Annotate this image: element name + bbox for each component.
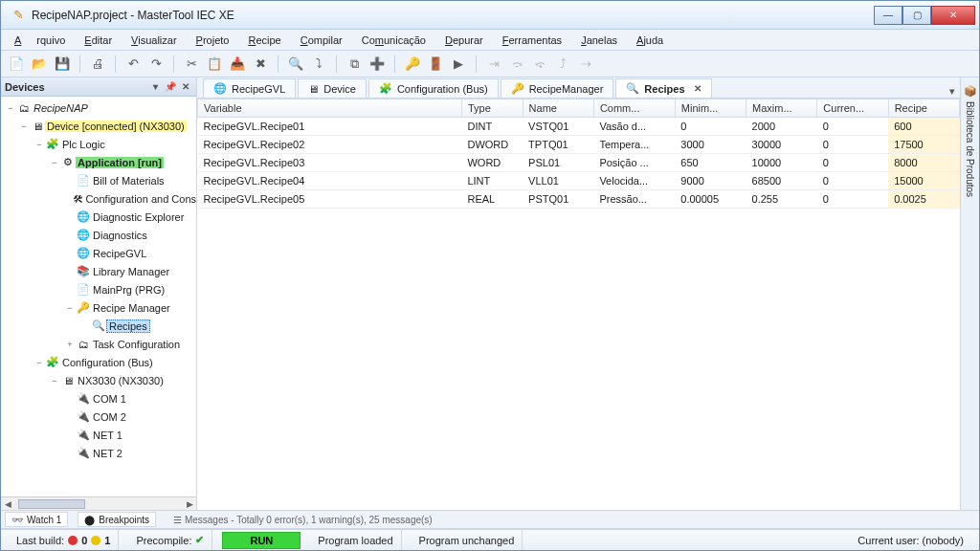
paste-icon[interactable]: 📥 <box>228 55 247 74</box>
menu-janelas[interactable]: Janelas <box>573 33 625 48</box>
table-row[interactable]: RecipeGVL.Recipe05REALPSTQ01Pressão...0.… <box>198 190 960 209</box>
column-header[interactable]: Maxim... <box>746 99 817 118</box>
cell-max[interactable]: 68500 <box>746 172 817 190</box>
cell-recipe[interactable]: 15000 <box>888 172 959 190</box>
cell-type[interactable]: REAL <box>461 190 523 209</box>
cell-recipe[interactable]: 600 <box>888 118 959 136</box>
panel-close-icon[interactable]: ✕ <box>179 81 192 92</box>
tree-item[interactable]: 📄MainPrg (PRG) <box>1 280 196 298</box>
stepover-icon[interactable]: ⤼ <box>507 55 526 74</box>
newitem-icon[interactable]: ➕ <box>368 55 387 74</box>
tree-item[interactable]: 🌐RecipeGVL <box>1 244 196 262</box>
menu-comunicacao[interactable]: Comunicação <box>354 33 434 48</box>
messages-summary[interactable]: ☰ Messages - Totally 0 error(s), 1 warni… <box>166 515 433 525</box>
panel-pin-icon[interactable]: 📌 <box>164 81 177 92</box>
tree-item[interactable]: −🖥Device [connected] (NX3030) <box>1 117 196 135</box>
tree-item[interactable]: 📚Library Manager <box>1 262 196 280</box>
minimize-button[interactable]: — <box>874 6 902 25</box>
cell-min[interactable]: 0 <box>675 118 746 136</box>
menu-ajuda[interactable]: Ajuda <box>629 33 671 48</box>
table-row[interactable]: RecipeGVL.Recipe01DINTVSTQ01Vasão d...02… <box>198 118 960 136</box>
cell-min[interactable]: 650 <box>675 154 746 172</box>
tree-item[interactable]: −🔑Recipe Manager <box>1 298 196 317</box>
cell-max[interactable]: 10000 <box>746 154 817 172</box>
table-row[interactable]: RecipeGVL.Recipe03WORDPSL01Posição ...65… <box>198 154 960 172</box>
open-icon[interactable]: 📂 <box>30 55 49 74</box>
expander-icon[interactable]: − <box>49 376 60 386</box>
menu-projeto[interactable]: Projeto <box>189 33 237 48</box>
stepout-icon[interactable]: ⤴ <box>553 55 572 74</box>
redo-icon[interactable]: ↷ <box>146 55 166 74</box>
cell-min[interactable]: 0.00005 <box>675 190 746 209</box>
menu-compilar[interactable]: Compilar <box>293 33 350 48</box>
table-row[interactable]: RecipeGVL.Recipe02DWORDTPTQ01Tempera...3… <box>198 136 960 154</box>
maximize-button[interactable]: ▢ <box>902 6 931 25</box>
cell-min[interactable]: 3000 <box>675 136 746 154</box>
tree-item[interactable]: 🛠Configuration and Cons <box>1 189 196 208</box>
cell-recipe[interactable]: 8000 <box>888 154 959 172</box>
find-icon[interactable]: 🔍 <box>286 55 305 74</box>
menu-depurar[interactable]: Depurar <box>437 33 491 48</box>
delete-icon[interactable]: ✖ <box>251 55 270 74</box>
tree-item[interactable]: −⚙Application [run] <box>1 153 196 171</box>
cell-max[interactable]: 2000 <box>746 118 817 136</box>
expander-icon[interactable]: − <box>33 140 45 149</box>
expander-icon[interactable]: − <box>33 358 45 367</box>
column-header[interactable]: Variable <box>198 99 462 118</box>
editor-tab[interactable]: 🌐RecipeGVL <box>203 78 296 98</box>
tree-item[interactable]: 🔌COM 1 <box>1 389 196 408</box>
cell-type[interactable]: DINT <box>461 118 523 136</box>
cell-variable[interactable]: RecipeGVL.Recipe04 <box>198 172 462 190</box>
column-header[interactable]: Name <box>523 99 593 118</box>
cell-comm[interactable]: Vasão d... <box>593 118 675 136</box>
tree-hscroll[interactable]: ◀▶ <box>1 496 196 510</box>
findnext-icon[interactable]: ⤵ <box>309 55 328 74</box>
cell-recipe[interactable]: 0.0025 <box>888 190 959 209</box>
cell-max[interactable]: 30000 <box>746 136 817 154</box>
cell-variable[interactable]: RecipeGVL.Recipe05 <box>198 190 462 209</box>
tree-item[interactable]: −🧩Plc Logic <box>1 135 196 153</box>
cell-cur[interactable]: 0 <box>817 190 888 209</box>
cell-comm[interactable]: Tempera... <box>593 136 675 154</box>
cell-name[interactable]: PSTQ01 <box>523 190 593 209</box>
tab-close-icon[interactable]: ✕ <box>694 83 702 94</box>
login-icon[interactable]: 🔑 <box>403 55 422 74</box>
cell-max[interactable]: 0.255 <box>746 190 817 209</box>
undo-icon[interactable]: ↶ <box>123 55 143 74</box>
start-icon[interactable]: ▶ <box>449 55 468 74</box>
column-header[interactable]: Recipe <box>888 99 959 118</box>
cell-cur[interactable]: 0 <box>817 172 888 190</box>
tree-item[interactable]: 🔌COM 2 <box>1 408 196 426</box>
editor-tab[interactable]: 🔍Recipes✕ <box>615 78 711 98</box>
expander-icon[interactable]: − <box>64 303 76 313</box>
tree-item[interactable]: 🔌NET 1 <box>1 426 196 444</box>
save-icon[interactable]: 💾 <box>53 55 72 74</box>
logout-icon[interactable]: 🚪 <box>426 55 445 74</box>
cell-name[interactable]: VSTQ01 <box>523 118 593 136</box>
column-header[interactable]: Minim... <box>675 99 746 118</box>
expander-icon[interactable]: − <box>18 121 30 131</box>
cell-type[interactable]: LINT <box>461 172 523 190</box>
cell-cur[interactable]: 0 <box>817 136 888 154</box>
table-row[interactable]: RecipeGVL.Recipe04LINTVLL01Velocida...90… <box>198 172 960 190</box>
tab-watch[interactable]: 👓Watch 1 <box>5 512 68 527</box>
panel-dropdown-icon[interactable]: ▾ <box>148 81 162 92</box>
cell-variable[interactable]: RecipeGVL.Recipe02 <box>198 136 462 154</box>
tree-item[interactable]: 📄Bill of Materials <box>1 171 196 189</box>
column-header[interactable]: Comm... <box>593 99 675 118</box>
cut-icon[interactable]: ✂ <box>182 55 201 74</box>
copy-icon[interactable]: 📋 <box>205 55 224 74</box>
cell-comm[interactable]: Posição ... <box>593 154 675 172</box>
cell-cur[interactable]: 0 <box>817 118 888 136</box>
recipe-grid[interactable]: VariableTypeNameComm...Minim...Maxim...C… <box>197 99 960 510</box>
column-header[interactable]: Type <box>461 99 523 118</box>
tree-root[interactable]: −🗂 RecipeNAP <box>1 99 196 117</box>
tree-item[interactable]: 🌐Diagnostics <box>1 226 196 244</box>
close-window-button[interactable]: ✕ <box>931 6 975 25</box>
editor-tab[interactable]: 🧩Configuration (Bus) <box>368 78 499 98</box>
editor-tab[interactable]: 🖥Device <box>298 78 367 98</box>
tab-breakpoints[interactable]: ⬤Breakpoints <box>78 512 156 527</box>
side-library-tab[interactable]: 📦 Biblioteca de Produtos <box>960 77 979 510</box>
tree-item[interactable]: +🗂Task Configuration <box>1 335 196 353</box>
menu-arquivo[interactable]: Arquivo <box>7 33 73 48</box>
